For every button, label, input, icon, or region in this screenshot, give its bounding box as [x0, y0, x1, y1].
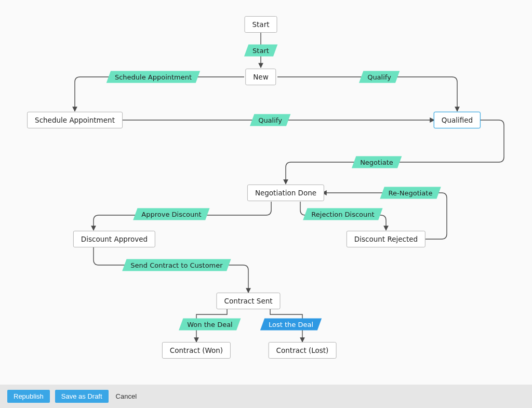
- edge-label-negotiate[interactable]: Negotiate: [352, 156, 402, 168]
- edge-label-re-negotiate[interactable]: Re-Negotiate: [380, 187, 441, 199]
- cancel-button[interactable]: Cancel: [114, 390, 139, 403]
- node-discount-approved[interactable]: Discount Approved: [73, 231, 155, 247]
- node-contract-won[interactable]: Contract (Won): [162, 342, 231, 359]
- edge-label-schedule-appointment[interactable]: Schedule Appointment: [107, 71, 201, 83]
- node-start[interactable]: Start: [245, 16, 277, 33]
- node-schedule-appointment[interactable]: Schedule Appointment: [27, 112, 123, 128]
- edge-label-qualify-top[interactable]: Qualify: [359, 71, 400, 83]
- edge-label-rejection-discount[interactable]: Rejection Discount: [303, 208, 383, 220]
- node-negotiation-done[interactable]: Negotiation Done: [247, 185, 324, 201]
- flowchart-canvas[interactable]: Start New Schedule Appointment Qualified…: [0, 0, 532, 385]
- edge-label-qualify-mid[interactable]: Qualify: [250, 114, 290, 126]
- edge-label-approve-discount[interactable]: Approve Discount: [133, 208, 210, 220]
- node-contract-sent[interactable]: Contract Sent: [216, 293, 280, 309]
- save-as-draft-button[interactable]: Save as Draft: [55, 390, 109, 403]
- edge-label-won-deal[interactable]: Won the Deal: [179, 319, 241, 331]
- node-qualified[interactable]: Qualified: [434, 112, 481, 128]
- edge-label-lost-deal[interactable]: Lost the Deal: [260, 319, 322, 331]
- bottom-toolbar: Republish Save as Draft Cancel: [0, 385, 532, 408]
- node-discount-rejected[interactable]: Discount Rejected: [347, 231, 425, 247]
- edge-label-start[interactable]: Start: [244, 45, 277, 57]
- republish-button[interactable]: Republish: [7, 390, 50, 403]
- node-new[interactable]: New: [245, 69, 276, 85]
- edge-label-send-contract[interactable]: Send Contract to Customer: [122, 259, 231, 271]
- node-contract-lost[interactable]: Contract (Lost): [269, 342, 337, 359]
